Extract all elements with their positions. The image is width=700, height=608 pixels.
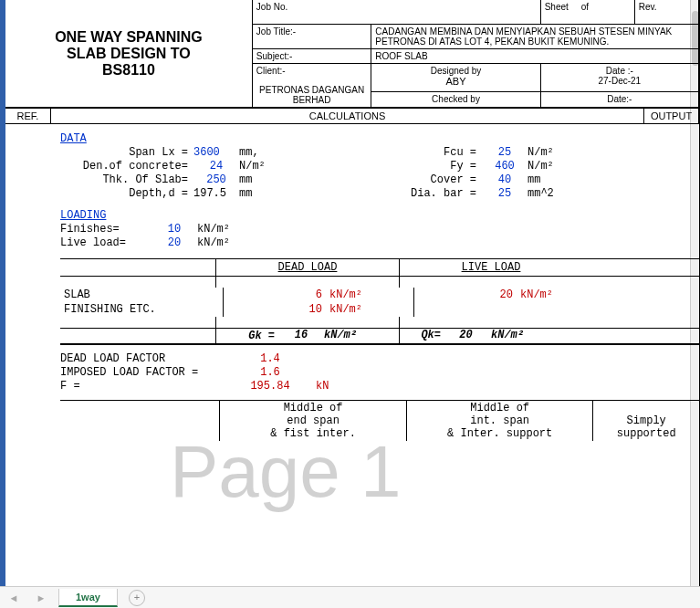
imposed-factor-value: 1.6 <box>234 366 307 379</box>
client-value: PETRONAS DAGANGAN BERHAD <box>256 85 368 105</box>
liveload-unit: kN/m² <box>197 236 230 249</box>
band2-l2: end span <box>224 414 402 427</box>
qk-label: Qk= <box>400 329 441 343</box>
fcu-label: Fcu = <box>367 146 482 159</box>
sheet-tab-bar: ◄ ► 1way + <box>0 586 700 608</box>
depth-unit: mm <box>239 187 285 200</box>
band3-l3: & Inter. support <box>411 427 590 440</box>
loading-heading: LOADING <box>60 209 106 222</box>
cover-label: Cover = <box>367 173 482 186</box>
date-value: 27-Dec-21 <box>598 76 641 86</box>
tab-next-icon[interactable]: ► <box>37 592 47 603</box>
sheet-tab-1way[interactable]: 1way <box>58 589 118 607</box>
job-no-label: Job No. <box>256 2 287 12</box>
designed-by-value: ABY <box>446 76 466 87</box>
calc-col-header: CALCULATIONS <box>51 109 644 124</box>
fcu-value: 25 <box>482 146 528 159</box>
tab-nav-arrows[interactable]: ◄ ► <box>0 592 55 603</box>
f-value: 195.84 <box>234 380 307 393</box>
tab-prev-icon[interactable]: ◄ <box>9 592 19 603</box>
slab-dead-value: 6 <box>224 288 329 302</box>
finishes-label: Finishes= <box>60 223 151 236</box>
den-unit: N/m² <box>239 160 285 173</box>
client-label: Client:- <box>256 66 286 76</box>
fy-label: Fy = <box>367 160 482 173</box>
band4-l2: supported <box>597 427 695 440</box>
liveload-value: 20 <box>151 236 197 249</box>
slab-live-value: 20 <box>414 288 520 302</box>
dead-factor-value: 1.4 <box>234 352 307 365</box>
finishes-value: 10 <box>151 223 197 236</box>
den-label: Den.of concrete= <box>60 160 193 173</box>
data-heading: DATA <box>60 132 87 145</box>
fy-unit: N/m² <box>528 160 554 173</box>
band4-l1: Simply <box>597 414 695 427</box>
band2-l3: & fist inter. <box>224 427 402 440</box>
fcu-unit: N/m² <box>528 146 554 159</box>
rev-label: Rev. <box>639 2 657 12</box>
main-title-line3: BS8110 <box>9 62 248 79</box>
live-load-header: LIVE LOAD <box>400 259 582 276</box>
finishing-load-row: FINISHING ETC. 10 kN/m² <box>60 302 699 317</box>
span-value: 3600 <box>193 146 239 159</box>
page: ONE WAY SPANNING SLAB DESIGN TO BS8110 J… <box>0 0 700 608</box>
den-value: 24 <box>193 160 239 173</box>
band3-l1: Middle of <box>411 402 590 414</box>
f-unit: kN <box>307 380 352 393</box>
slab-live-unit: kN/m² <box>520 288 604 302</box>
span-unit: mm, <box>239 146 285 159</box>
dia-value: 25 <box>482 187 528 200</box>
of-label: of <box>581 2 589 12</box>
thk-value: 250 <box>193 173 239 186</box>
load-factors: DEAD LOAD FACTOR 1.4 IMPOSED LOAD FACTOR… <box>60 352 699 393</box>
gk-unit: kN/m² <box>324 329 400 343</box>
dia-label: Dia. bar = <box>367 187 482 200</box>
output-col-header: OUTPUT <box>644 109 699 124</box>
sheet-label: Sheet <box>545 2 569 12</box>
main-title-line1: ONE WAY SPANNING <box>9 29 248 46</box>
job-title-value: CADANGAN MEMBINA DAN MENYIAPKAN SEBUAH S… <box>371 25 699 49</box>
checked-by-label: Checked by <box>432 94 480 104</box>
qk-unit: kN/m² <box>491 329 573 343</box>
date2-label: Date:- <box>607 94 632 104</box>
gk-value: 16 <box>278 329 324 343</box>
ref-col-header: REF. <box>5 109 51 124</box>
plus-icon: + <box>134 592 140 603</box>
liveload-label: Live load= <box>60 236 151 249</box>
moment-bands-table: Middle of end span & fist inter. Middle … <box>60 400 699 441</box>
fy-value: 460 <box>482 160 528 173</box>
gk-qk-row: Gk = 16 kN/m² Qk= 20 kN/m² <box>60 328 699 344</box>
band3-l2: int. span <box>411 414 590 427</box>
watermark: Page 1 <box>170 430 402 514</box>
add-sheet-button[interactable]: + <box>129 590 145 606</box>
f-label: F = <box>60 380 234 393</box>
depth-label: Depth,d = <box>60 187 193 200</box>
finishing-dead-unit: kN/m² <box>329 302 414 317</box>
title-block: ONE WAY SPANNING SLAB DESIGN TO BS8110 J… <box>5 0 699 108</box>
main-title-line2: SLAB DESIGN TO <box>9 46 248 62</box>
thk-label: Thk. Of Slab= <box>60 173 193 186</box>
finishing-label: FINISHING ETC. <box>60 302 224 317</box>
slab-load-row: SLAB 6 kN/m² 20 kN/m² <box>60 288 699 302</box>
finishes-unit: kN/m² <box>197 223 230 236</box>
cover-unit: mm <box>528 173 540 186</box>
subject-value: ROOF SLAB <box>371 49 699 64</box>
designed-by-label: Designed by <box>431 66 482 76</box>
qk-value: 20 <box>441 329 491 343</box>
cover-value: 40 <box>482 173 528 186</box>
finishing-dead-value: 10 <box>224 302 329 317</box>
load-table: DEAD LOAD LIVE LOAD SLAB 6 kN/m² 20 kN/m… <box>60 258 699 345</box>
dia-unit: mm^2 <box>528 187 554 200</box>
depth-value: 197.5 <box>193 187 239 200</box>
dead-factor-label: DEAD LOAD FACTOR <box>60 352 234 365</box>
imposed-factor-label: IMPOSED LOAD FACTOR = <box>60 366 234 379</box>
subject-label: Subject:- <box>256 51 292 61</box>
calculations-body: Page 1 DATA Span Lx = 3600 mm, Fcu = 25 … <box>5 124 699 544</box>
slab-dead-unit: kN/m² <box>329 288 414 302</box>
job-title-label: Job Title:- <box>256 26 296 37</box>
gk-label: Gk = <box>216 329 278 343</box>
span-label: Span Lx = <box>60 146 193 159</box>
slab-label: SLAB <box>60 288 224 302</box>
date-label: Date :- <box>606 66 633 76</box>
band2-l1: Middle of <box>224 402 402 414</box>
